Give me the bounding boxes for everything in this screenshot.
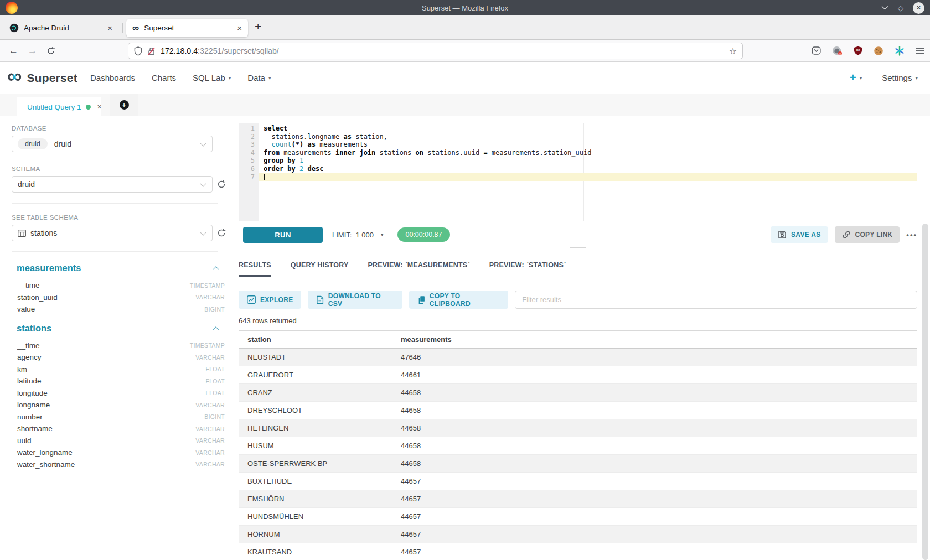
brand-name: Superset <box>27 71 77 85</box>
database-select[interactable]: druid druid <box>12 136 213 152</box>
nav-item-charts[interactable]: Charts <box>152 73 176 82</box>
settings-label: Settings <box>882 73 912 82</box>
reload-icon[interactable] <box>46 46 55 55</box>
refresh-tables-icon[interactable] <box>217 229 226 237</box>
superset-logo-icon: ∞ <box>7 66 22 86</box>
add-new-button[interactable]: +▾ <box>850 71 862 84</box>
editor-toolbar: RUN LIMIT: 1 000 ▾ 00:00:00.87 SAVE AS C… <box>239 226 917 243</box>
browser-tab-apache-druid[interactable]: Apache Druid × <box>3 19 118 37</box>
browser-tab-superset[interactable]: ∞ Superset × <box>126 19 248 37</box>
refresh-schema-icon[interactable] <box>217 180 226 189</box>
browser-tab-label: Apache Druid <box>24 24 69 32</box>
code-line[interactable]: stations.longname as station, <box>264 133 917 141</box>
column-name: shortname <box>17 424 53 433</box>
query-tab-untitled-query-1[interactable]: Untitled Query 1 × <box>17 97 101 116</box>
asterisk-extension-icon[interactable] <box>895 46 905 56</box>
ublock-shield-icon[interactable]: U0 <box>854 46 862 55</box>
table-heading-measurements[interactable]: measurements <box>17 263 215 275</box>
code-line[interactable]: order by 2 desc <box>264 165 917 173</box>
schema-select[interactable]: druid <box>12 176 213 193</box>
back-button[interactable]: ← <box>9 40 18 61</box>
sql-editor[interactable]: 1234567 select stations.longname as stat… <box>239 123 917 221</box>
shield-icon[interactable] <box>134 46 142 56</box>
see-table-schema-label: SEE TABLE SCHEMA <box>12 214 226 221</box>
column-name: longname <box>17 401 50 409</box>
pocket-icon[interactable] <box>812 46 821 55</box>
collapse-chevron-up-icon[interactable] <box>213 326 219 333</box>
cookie-icon[interactable] <box>874 46 884 56</box>
settings-menu[interactable]: Settings▾ <box>882 73 918 82</box>
cell-station: KRAUTSAND <box>239 543 392 560</box>
pane-drag-handle[interactable] <box>570 247 586 250</box>
limit-dropdown[interactable]: LIMIT: 1 000 ▾ <box>332 231 383 239</box>
copy-to-clipboard-button[interactable]: COPY TO CLIPBOARD <box>409 291 509 309</box>
query-tab-close-icon[interactable]: × <box>97 102 102 111</box>
tab-results[interactable]: RESULTS <box>239 261 271 277</box>
window-close-icon[interactable]: × <box>913 2 924 14</box>
bookmark-star-icon[interactable]: ☆ <box>729 46 737 56</box>
new-tab-button[interactable]: + <box>255 20 261 33</box>
cell-measurements: 44657 <box>392 526 917 543</box>
column-header-station[interactable]: station <box>239 331 392 349</box>
tab-query-history[interactable]: QUERY HISTORY <box>291 261 349 277</box>
tab-close-icon[interactable]: × <box>237 24 242 32</box>
tab-preview-measurements[interactable]: PREVIEW: `MEASUREMENTS` <box>368 261 470 277</box>
table-row: CRANZ44658 <box>239 384 917 402</box>
sqllab-sidebar: DATABASE druid druid SCHEMA druid <box>6 116 226 560</box>
cell-station: OSTE-SPERRWERK BP <box>239 455 392 473</box>
table-heading-stations[interactable]: stations <box>17 323 215 335</box>
window-maximize-icon[interactable]: ◇ <box>898 4 903 12</box>
window-minimize-icon[interactable] <box>881 6 888 10</box>
code-line[interactable] <box>264 173 917 182</box>
download-csv-button[interactable]: DOWNLOAD TO CSV <box>308 291 402 309</box>
nav-item-sql-lab[interactable]: SQL Lab▾ <box>193 73 231 82</box>
table-schema-select[interactable]: stations <box>12 225 213 241</box>
column-type: VARCHAR <box>195 461 225 468</box>
code-line[interactable]: count(*) as measurements <box>264 141 917 149</box>
download-csv-label: DOWNLOAD TO CSV <box>328 292 394 308</box>
column-row: kmFLOAT <box>6 364 226 376</box>
code-line[interactable]: select <box>264 125 917 133</box>
sidebar-divider <box>12 203 218 204</box>
column-row: latitudeFLOAT <box>6 375 226 387</box>
table-row: DREYSCHLOOT44658 <box>239 402 917 419</box>
add-query-tab-button[interactable]: + <box>110 94 138 116</box>
collapse-chevron-up-icon[interactable] <box>213 266 219 272</box>
column-type: VARCHAR <box>195 426 225 432</box>
line-number: 6 <box>239 165 255 173</box>
nav-item-data[interactable]: Data▾ <box>247 73 271 82</box>
table-name: stations <box>17 323 51 333</box>
url-bar[interactable]: 172.18.0.4:32251/superset/sqllab/ ☆ <box>128 43 743 59</box>
extension-badge-icon[interactable]: x <box>832 46 843 56</box>
browser-tabbar: Apache Druid × ∞ Superset × + <box>0 15 930 40</box>
cell-measurements: 44658 <box>392 384 917 402</box>
tab-preview-stations[interactable]: PREVIEW: `STATIONS` <box>489 261 566 277</box>
more-menu-button[interactable]: ••• <box>906 231 917 239</box>
superset-brand[interactable]: ∞ Superset <box>7 62 78 94</box>
save-icon <box>778 230 787 239</box>
table-schema-value: stations <box>30 229 57 237</box>
copy-link-button[interactable]: COPY LINK <box>835 226 900 243</box>
column-header-measurements[interactable]: measurements <box>392 331 917 349</box>
explore-button[interactable]: EXPLORE <box>239 291 301 309</box>
hamburger-menu-icon[interactable] <box>916 47 925 55</box>
cell-measurements: 44658 <box>392 455 917 473</box>
filter-results-input[interactable] <box>515 291 917 309</box>
lock-disabled-icon[interactable] <box>147 46 156 56</box>
code-line[interactable]: from measurements inner join stations on… <box>264 149 917 157</box>
code-line[interactable]: group by 1 <box>264 157 917 165</box>
save-as-button[interactable]: SAVE AS <box>771 226 828 243</box>
run-button[interactable]: RUN <box>243 227 323 243</box>
table-row: KRAUTSAND44657 <box>239 543 917 560</box>
url-text[interactable]: 172.18.0.4:32251/superset/sqllab/ <box>161 46 279 55</box>
schema-value: druid <box>18 180 35 189</box>
window-controls: ◇ × <box>881 0 924 15</box>
nav-item-label: Dashboards <box>90 73 135 82</box>
forward-button[interactable]: → <box>28 40 37 61</box>
column-row: __timeTIMESTAMP <box>6 340 226 352</box>
nav-item-dashboards[interactable]: Dashboards <box>90 73 135 82</box>
main-content: DATABASE druid druid SCHEMA druid <box>0 116 930 560</box>
cell-measurements: 44661 <box>392 366 917 384</box>
vertical-scrollbar[interactable] <box>922 224 928 560</box>
tab-close-icon[interactable]: × <box>107 24 112 32</box>
